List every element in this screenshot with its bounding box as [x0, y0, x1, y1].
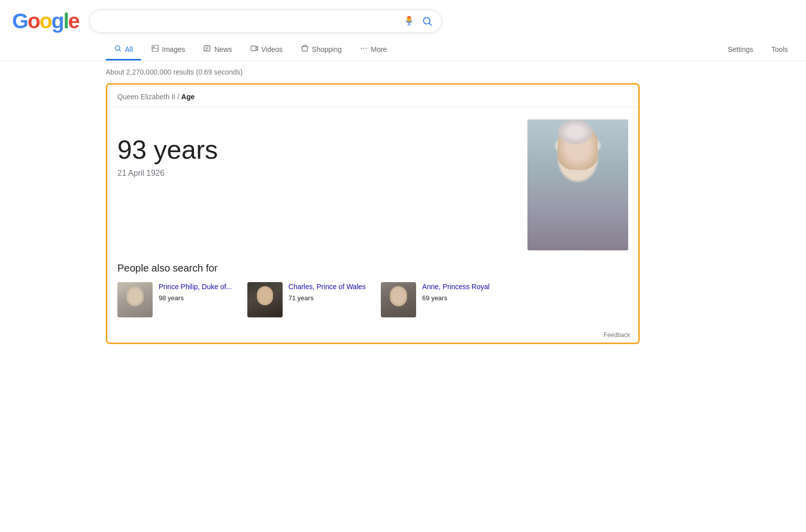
person-card-anne[interactable]: Anne, Princess Royal 69 years [381, 282, 490, 317]
philip-info: Prince Philip, Duke of... 98 years [159, 282, 232, 302]
images-tab-icon [151, 44, 159, 54]
svg-point-15 [366, 48, 367, 49]
search-icons [403, 15, 433, 27]
main-content: Queen Elizabeth II / Age 93 years 21 Apr… [0, 83, 806, 344]
avatar-charles [247, 282, 283, 317]
settings-label: Settings [728, 45, 754, 53]
feedback-label: Feedback [603, 331, 630, 339]
settings-link[interactable]: Settings [720, 40, 762, 60]
philip-age: 98 years [159, 294, 232, 302]
tab-images-label: Images [162, 45, 185, 53]
knowledge-panel: Queen Elizabeth II / Age 93 years 21 Apr… [106, 83, 640, 344]
tab-images[interactable]: Images [143, 39, 193, 60]
tools-link[interactable]: Tools [763, 40, 796, 60]
tab-shopping[interactable]: Shopping [293, 39, 350, 60]
results-count: About 2,270,000,000 results (0.69 second… [0, 61, 806, 83]
queen-portrait [527, 119, 628, 250]
tab-news-label: News [214, 45, 232, 53]
kp-image-wrapper [527, 119, 628, 250]
kp-breadcrumb: Queen Elizabeth II / Age [107, 85, 638, 107]
breadcrumb-separator: / [177, 93, 181, 101]
charles-info: Charles, Prince of Wales 71 years [289, 282, 366, 302]
search-bar[interactable]: how old is the queen [89, 10, 442, 33]
kp-main-area: 93 years 21 April 1926 [107, 107, 638, 262]
anne-name[interactable]: Anne, Princess Royal [422, 282, 490, 292]
microphone-icon[interactable] [403, 15, 415, 27]
tools-label: Tools [771, 45, 788, 53]
tab-videos-label: Videos [261, 45, 283, 53]
charles-age: 71 years [289, 294, 366, 302]
google-logo: Google [12, 9, 79, 33]
breadcrumb-subject: Queen Elizabeth II [117, 93, 175, 101]
tab-all[interactable]: All [106, 39, 141, 60]
philip-name[interactable]: Prince Philip, Duke of... [159, 282, 232, 292]
kp-age-content: 93 years 21 April 1926 [117, 119, 517, 250]
person-card-charles[interactable]: Charles, Prince of Wales 71 years [247, 282, 366, 317]
queen-image [527, 119, 628, 250]
person-card-philip[interactable]: Prince Philip, Duke of... 98 years [117, 282, 232, 317]
people-list: Prince Philip, Duke of... 98 years Charl… [117, 282, 628, 317]
videos-tab-icon [250, 44, 258, 54]
nav-tabs: All Images News [0, 33, 806, 61]
tab-videos[interactable]: Videos [242, 39, 291, 60]
search-input[interactable]: how old is the queen [98, 16, 398, 27]
logo-o2: o [39, 9, 51, 33]
charles-name[interactable]: Charles, Prince of Wales [289, 282, 366, 292]
svg-line-3 [429, 23, 431, 25]
search-submit-icon[interactable] [421, 15, 433, 27]
anne-info: Anne, Princess Royal 69 years [422, 282, 490, 302]
news-tab-icon [203, 44, 211, 54]
logo-l: l [63, 9, 69, 33]
people-also-section: People also search for Prince Philip, Du… [107, 262, 638, 327]
anne-portrait [381, 282, 416, 317]
tab-shopping-label: Shopping [312, 45, 342, 53]
logo-o1: o [28, 9, 40, 33]
nav-settings: Settings Tools [720, 40, 806, 60]
logo-e: e [68, 9, 79, 33]
avatar-anne [381, 282, 416, 317]
tab-more[interactable]: More [352, 39, 395, 60]
charles-portrait [247, 282, 283, 317]
date-of-birth: 21 April 1926 [117, 169, 517, 178]
breadcrumb-attribute: Age [181, 93, 194, 101]
tab-news[interactable]: News [195, 39, 240, 60]
people-also-title: People also search for [117, 262, 628, 274]
avatar-philip [117, 282, 153, 317]
svg-point-13 [361, 48, 362, 49]
age-value: 93 years [117, 135, 517, 165]
logo-g1: G [12, 9, 28, 33]
results-count-text: About 2,270,000,000 results (0.69 second… [106, 68, 243, 76]
svg-line-5 [119, 50, 121, 51]
feedback-link[interactable]: Feedback [107, 327, 638, 343]
all-tab-icon [114, 44, 122, 54]
shopping-tab-icon [301, 44, 309, 54]
header: Google how old is the queen [0, 0, 806, 33]
tab-all-label: All [125, 45, 133, 53]
logo-g2: g [51, 9, 63, 33]
more-tab-icon [360, 44, 368, 54]
svg-point-14 [363, 48, 364, 49]
tab-more-label: More [371, 45, 387, 53]
svg-rect-12 [251, 46, 256, 50]
philip-portrait [117, 282, 153, 317]
anne-age: 69 years [422, 294, 490, 302]
